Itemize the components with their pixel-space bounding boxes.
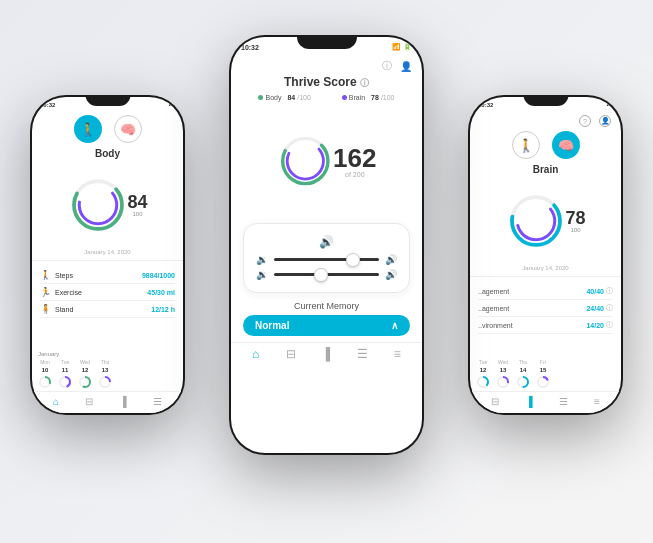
calendar-month-left: January bbox=[38, 351, 177, 357]
cal-r-circle-4 bbox=[536, 375, 550, 389]
thrive-title: Thrive Score ⓘ bbox=[231, 75, 422, 90]
body-gauge-svg bbox=[68, 165, 128, 245]
body-score: 84 bbox=[127, 193, 147, 211]
vol-high-icon: 🔊 bbox=[385, 254, 397, 265]
score-labels-row: Body 84 /100 Brain 78 /100 bbox=[231, 92, 422, 103]
help-icon[interactable]: ⓘ bbox=[382, 59, 392, 73]
stat-stand: 🧍 Stand 12/12 h bbox=[40, 301, 175, 318]
slider2-track[interactable] bbox=[274, 273, 379, 276]
brain-score-label: Brain 78 /100 bbox=[342, 94, 395, 101]
profile-icon[interactable]: 👤 bbox=[400, 61, 412, 72]
memory-title: Current Memory bbox=[243, 301, 410, 311]
slider2-thumb[interactable] bbox=[314, 268, 328, 282]
slider1-row: 🔉 🔊 bbox=[256, 254, 397, 265]
brain-gauge: 78 100 bbox=[506, 181, 586, 261]
right-header: ? 👤 bbox=[470, 111, 621, 127]
notch-left bbox=[85, 95, 130, 106]
status-icons-left: ▪▪▪ bbox=[169, 102, 175, 108]
nav-list-left[interactable]: ☰ bbox=[153, 396, 162, 407]
brain-icon-left[interactable]: 🧠 bbox=[114, 115, 142, 143]
cal-day-mon: Mon 10 bbox=[38, 359, 52, 389]
body-max: 100 bbox=[132, 211, 142, 217]
slider1-thumb[interactable] bbox=[346, 253, 360, 267]
nav-menu-right[interactable]: ≡ bbox=[594, 396, 600, 407]
stat-steps: 🚶 Steps 9884/1000 bbox=[40, 267, 175, 284]
vol-low2-icon: 🔉 bbox=[256, 269, 268, 280]
nav-chart-center[interactable]: ▐ bbox=[322, 347, 331, 361]
thrive-header: ⓘ 👤 bbox=[231, 55, 422, 73]
nav-chart-left[interactable]: ▐ bbox=[120, 396, 127, 407]
profile-icon-right[interactable]: 👤 bbox=[599, 115, 611, 127]
right-phone-content: 🚶 🧠 Brain 78 100 bbox=[470, 127, 621, 413]
nav-home-center[interactable]: ⌂ bbox=[252, 347, 259, 361]
body-date: January 14, 2020 bbox=[32, 249, 183, 255]
brain-score: 78 bbox=[565, 209, 585, 227]
right-calendar: Tue 12 Wed 13 bbox=[470, 357, 621, 391]
engagement-value: 24/40 bbox=[586, 305, 604, 312]
divider-left bbox=[32, 260, 183, 261]
cal-circle-wed bbox=[78, 375, 92, 389]
nav-menu-center[interactable]: ≡ bbox=[394, 347, 401, 361]
cal-r-circle-1 bbox=[476, 375, 490, 389]
help-icon-right[interactable]: ? bbox=[579, 115, 591, 127]
right-header-icons: 🚶 🧠 bbox=[470, 127, 621, 162]
brain-icon-right[interactable]: 🧠 bbox=[552, 131, 580, 159]
brain-gauge-svg bbox=[506, 181, 566, 261]
cal-circle-tue bbox=[58, 375, 72, 389]
slider1-track[interactable] bbox=[274, 258, 379, 261]
divider-right bbox=[470, 276, 621, 277]
stat-stand-label: 🧍 Stand bbox=[40, 304, 73, 314]
cal-day-tue-r: Tue 12 bbox=[476, 359, 490, 389]
environment-value: 14/20 bbox=[586, 322, 604, 329]
memory-section: Current Memory Normal ∧ bbox=[231, 297, 422, 342]
cal-day-thu: Thu 13 bbox=[98, 359, 112, 389]
nav-sliders-left[interactable]: ⊟ bbox=[85, 396, 93, 407]
cal-circle-mon bbox=[38, 375, 52, 389]
stat-engagement: ..agement 24/40 ⓘ bbox=[478, 300, 613, 317]
thrive-info-icon: ⓘ bbox=[360, 78, 369, 88]
body-title: Body bbox=[32, 148, 183, 159]
nav-home-left[interactable]: ⌂ bbox=[53, 396, 59, 407]
nav-chart-right[interactable]: ▐ bbox=[525, 396, 532, 407]
engagement-right: 24/40 ⓘ bbox=[586, 303, 613, 313]
brain-max: 100 bbox=[570, 227, 580, 233]
cal-circle-thu bbox=[98, 375, 112, 389]
calendar-days-right: Tue 12 Wed 13 bbox=[476, 359, 615, 389]
time-right: 10:32 bbox=[478, 102, 493, 108]
nav-sliders-center[interactable]: ⊟ bbox=[286, 347, 296, 361]
dropdown-arrow-icon: ∧ bbox=[391, 320, 398, 331]
body-icon[interactable]: 🚶 bbox=[74, 115, 102, 143]
management-label: ..agement bbox=[478, 288, 509, 295]
left-header-icons: 🚶 🧠 bbox=[32, 111, 183, 146]
environment-right: 14/20 ⓘ bbox=[586, 320, 613, 330]
left-bottom-nav: ⌂ ⊟ ▐ ☰ bbox=[32, 391, 183, 413]
left-phone-content: 🚶 🧠 Body 84 bbox=[32, 111, 183, 413]
svg-point-16 bbox=[517, 202, 554, 239]
center-bottom-nav: ⌂ ⊟ ▐ ☰ ≡ bbox=[231, 342, 422, 367]
body-icon-right[interactable]: 🚶 bbox=[512, 131, 540, 159]
cal-day-wed-r: Wed 13 bbox=[496, 359, 510, 389]
notch-center bbox=[297, 35, 357, 49]
thrive-score: 162 bbox=[333, 145, 376, 171]
status-icons-right: ▪▪▪ bbox=[607, 102, 613, 108]
steps-icon: 🚶 bbox=[40, 270, 51, 280]
nav-list-right[interactable]: ☰ bbox=[559, 396, 568, 407]
body-score-label: Body 84 /100 bbox=[258, 94, 310, 101]
memory-dropdown[interactable]: Normal ∧ bbox=[243, 315, 410, 336]
nav-sliders-right[interactable]: ⊟ bbox=[491, 396, 499, 407]
stand-value: 12/12 h bbox=[151, 306, 175, 313]
stat-exercise: 🏃 Exercise 45/30 mi bbox=[40, 284, 175, 301]
calendar-days-left: Mon 10 Tue 11 bbox=[38, 359, 177, 389]
management-right: 40/40 ⓘ bbox=[586, 286, 613, 296]
exercise-value: 45/30 mi bbox=[147, 289, 175, 296]
management-value: 40/40 bbox=[586, 288, 604, 295]
cal-r-circle-2 bbox=[496, 375, 510, 389]
nav-list-center[interactable]: ☰ bbox=[357, 347, 368, 361]
stat-management: ..agement 40/40 ⓘ bbox=[478, 283, 613, 300]
stand-icon: 🧍 bbox=[40, 304, 51, 314]
svg-point-2 bbox=[79, 186, 116, 223]
center-phone-content: ⓘ 👤 Thrive Score ⓘ Body 84 /100 bbox=[231, 55, 422, 453]
speaker-icon: 🔊 bbox=[319, 235, 334, 249]
environment-info: ⓘ bbox=[606, 320, 613, 330]
cal-day-fri-r: Fri 15 bbox=[536, 359, 550, 389]
